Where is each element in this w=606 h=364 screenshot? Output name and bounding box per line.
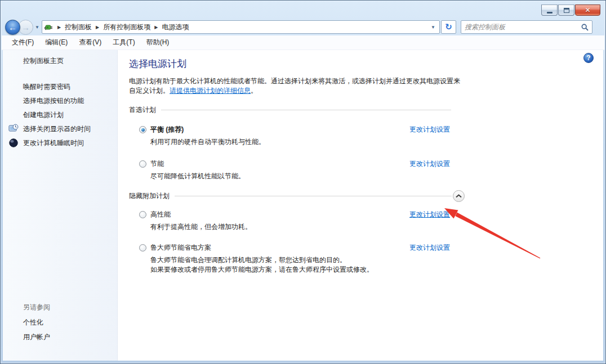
power-plan-high-performance: 高性能 更改计划设置 有利于提高性能，但会增加功耗。 (139, 210, 450, 231)
forward-button[interactable]: → (18, 20, 33, 35)
content-area: 控制面板主页 唤醒时需要密码 选择电源按钮的功能 创建电源计划 选择关闭显示器的… (3, 50, 603, 361)
close-icon: ✕ (585, 6, 590, 14)
breadcrumb-all-items[interactable]: 所有控制面板项 (103, 23, 150, 32)
refresh-button[interactable]: ↻ (441, 20, 456, 34)
sidebar-item-user-accounts[interactable]: 用户帐户 (23, 332, 50, 341)
change-plan-settings-link-high-performance[interactable]: 更改计划设置 (409, 210, 450, 219)
plan-description: 利用可用的硬件自动平衡功耗与性能。 (150, 137, 450, 146)
plan-name: 平衡 (推荐) (150, 125, 184, 134)
window-controls: ✕ (541, 5, 600, 16)
sleep-sphere-icon (8, 138, 19, 148)
display-clock-icon (8, 124, 19, 134)
radio-balanced[interactable] (139, 126, 146, 133)
sidebar-item-change-sleep-time[interactable]: 更改计算机睡眠时间 (3, 136, 117, 150)
search-icon[interactable] (581, 24, 589, 31)
section-divider (175, 196, 452, 196)
sidebar-item-personalization[interactable]: 个性化 (23, 318, 50, 327)
change-plan-settings-link-balanced[interactable]: 更改计划设置 (409, 125, 450, 134)
menu-file[interactable]: 文件(F) (6, 35, 39, 50)
help-icon[interactable]: ? (583, 53, 594, 63)
back-button[interactable]: ← (5, 20, 20, 35)
plan-name: 节能 (150, 159, 164, 169)
sidebar-item-label: 更改计算机睡眠时间 (23, 139, 84, 147)
chevron-up-icon (456, 194, 462, 198)
power-options-icon (44, 23, 54, 32)
plan-name: 高性能 (150, 210, 171, 219)
chevron-right-icon[interactable]: ▶ (92, 25, 103, 30)
menu-bar: 文件(F) 编辑(E) 查看(V) 工具(T) 帮助(H) (2, 35, 604, 50)
intro-suffix: 。 (251, 87, 257, 95)
sidebar-item-create-power-plan[interactable]: 创建电源计划 (3, 108, 117, 122)
radio-ludashi[interactable] (139, 244, 146, 251)
sidebar-item-choose-display-off-time[interactable]: 选择关闭显示器的时间 (3, 122, 117, 136)
radio-power-saver[interactable] (139, 160, 146, 168)
main-pane: ? 选择电源计划 电源计划有助于最大化计算机的性能或者节能。通过选择计划来将其激… (118, 50, 603, 361)
power-plan-ludashi: 鲁大师节能省电方案 更改计划设置 鲁大师节能省电合理调配计算机电源方案，帮您达到… (139, 243, 450, 274)
back-arrow-icon: ← (8, 23, 17, 32)
search-box[interactable] (461, 20, 592, 34)
plan-description-line2: 如果要修改或者停用鲁大师节能电源方案，请在鲁大师程序中设置或修改。 (150, 265, 450, 274)
chevron-right-icon[interactable]: ▶ (54, 25, 65, 30)
page-title: 选择电源计划 (129, 57, 603, 70)
menu-help[interactable]: 帮助(H) (141, 35, 175, 50)
power-plan-saver: 节能 更改计划设置 尽可能降低计算机性能以节能。 (139, 159, 450, 181)
menu-edit[interactable]: 编辑(E) (39, 35, 73, 50)
plan-description: 鲁大师节能省电合理调配计算机电源方案，帮您达到省电的目的。 (150, 255, 450, 264)
navigation-bar: ← → ▼ ▶ 控制面板 ▶ 所有控制面板项 ▶ 电源选项 ▼ ↻ (1, 19, 605, 35)
menu-view[interactable]: 查看(V) (73, 35, 107, 50)
change-plan-settings-link-saver[interactable]: 更改计划设置 (409, 159, 450, 169)
collapse-section-button[interactable] (453, 190, 465, 202)
power-options-window: ✕ ← → ▼ ▶ 控制面板 ▶ 所有控制面板项 ▶ 电源选项 ▼ ↻ (0, 0, 606, 364)
menu-tools[interactable]: 工具(T) (107, 35, 140, 50)
plan-description: 尽可能降低计算机性能以节能。 (150, 172, 450, 181)
address-bar[interactable]: ▶ 控制面板 ▶ 所有控制面板项 ▶ 电源选项 ▼ (42, 20, 440, 34)
maximize-button[interactable] (558, 5, 574, 16)
plan-name: 鲁大师节能省电方案 (150, 243, 211, 253)
search-input[interactable] (461, 21, 581, 33)
forward-arrow-icon: → (21, 23, 30, 32)
intro-paragraph: 电源计划有助于最大化计算机的性能或者节能。通过选择计划来将其激活，或选择计划并通… (129, 77, 464, 96)
sidebar-item-label: 选择关闭显示器的时间 (23, 125, 91, 133)
see-also-header: 另请参阅 (23, 303, 50, 312)
maximize-icon (564, 8, 569, 13)
section-label: 首选计划 (129, 105, 156, 115)
power-plan-balanced: 平衡 (推荐) 更改计划设置 利用可用的硬件自动平衡功耗与性能。 (139, 125, 450, 146)
breadcrumb-power-options[interactable]: 电源选项 (162, 23, 189, 32)
section-divider (161, 110, 451, 110)
address-dropdown-icon[interactable]: ▼ (429, 25, 437, 30)
sidebar-task-list: 唤醒时需要密码 选择电源按钮的功能 创建电源计划 选择关闭显示器的时间 (3, 80, 117, 150)
sidebar-item-choose-power-buttons[interactable]: 选择电源按钮的功能 (3, 94, 117, 108)
close-button[interactable]: ✕ (575, 5, 600, 16)
section-label: 隐藏附加计划 (129, 191, 170, 201)
title-bar[interactable]: ✕ (1, 1, 605, 19)
minimize-icon (547, 12, 552, 14)
plan-description: 有利于提高性能，但会增加功耗。 (150, 222, 450, 231)
chevron-right-icon[interactable]: ▶ (150, 25, 162, 30)
radio-high-performance[interactable] (139, 211, 146, 218)
plan-details-link[interactable]: 请提供电源计划的详细信息 (170, 87, 251, 95)
refresh-icon: ↻ (445, 22, 452, 32)
sidebar-item-control-panel-home[interactable]: 控制面板主页 (23, 56, 117, 65)
sidebar: 控制面板主页 唤醒时需要密码 选择电源按钮的功能 创建电源计划 选择关闭显示器的… (3, 50, 118, 361)
section-preferred-plans: 首选计划 (129, 105, 451, 115)
radio-dot (141, 128, 145, 132)
section-hidden-plans: 隐藏附加计划 (129, 190, 465, 202)
sidebar-item-require-password-on-wakeup[interactable]: 唤醒时需要密码 (3, 80, 117, 94)
minimize-button[interactable] (541, 5, 558, 16)
breadcrumb-control-panel[interactable]: 控制面板 (65, 23, 92, 32)
recent-pages-dropdown[interactable]: ▼ (33, 25, 42, 30)
see-also-section: 另请参阅 个性化 用户帐户 (23, 303, 50, 347)
change-plan-settings-link-ludashi[interactable]: 更改计划设置 (409, 243, 450, 253)
